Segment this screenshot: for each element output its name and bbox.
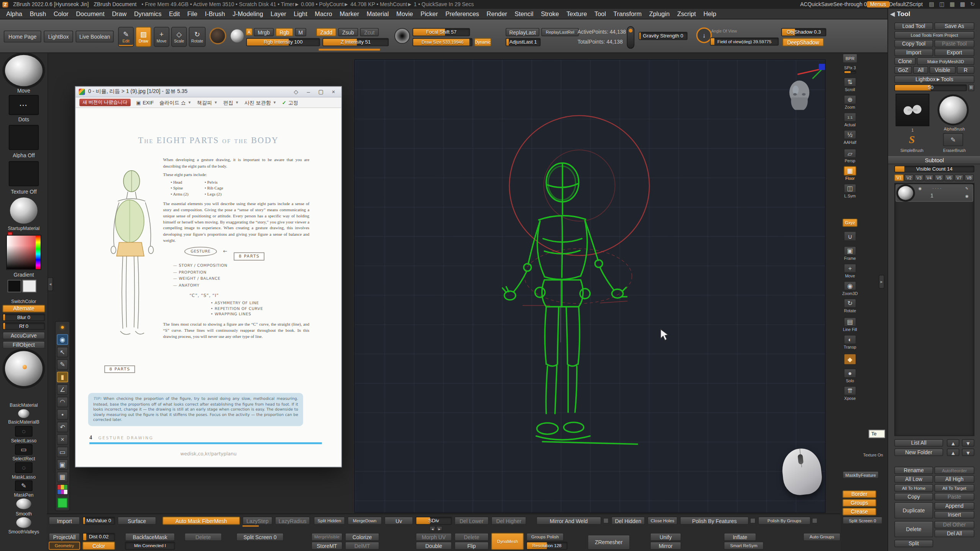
duplicate-button[interactable]: Duplicate <box>894 502 933 518</box>
goz-visible-button[interactable]: Visible <box>929 66 956 74</box>
resolution-slider[interactable]: Resolution 128 <box>526 542 568 550</box>
color-ring[interactable] <box>209 28 226 44</box>
sdiv-slider[interactable]: SDiv <box>416 517 452 525</box>
ac-label[interactable]: AC <box>800 1 807 7</box>
groups-polish-button[interactable]: Groups Polish <box>526 533 564 541</box>
adjust-last-slider[interactable]: AdjustLast 1 <box>506 38 541 46</box>
screenshot-icon[interactable]: ▣ <box>57 459 68 470</box>
menus-button[interactable]: Menus <box>867 1 889 7</box>
main-color-swatch[interactable] <box>8 280 21 292</box>
focal-shift-icon[interactable] <box>394 28 410 44</box>
subtool-up-button[interactable]: ▴ <box>947 439 959 447</box>
alt-color-swatch[interactable] <box>23 280 36 292</box>
color-swatch-green[interactable] <box>57 498 67 508</box>
inflate-button[interactable]: Inflate <box>724 533 756 541</box>
dynamic-icon[interactable]: ◆ <box>844 354 856 365</box>
viewer-minimize-button[interactable]: – <box>304 89 313 95</box>
slideshow-menu[interactable]: 슬라이드 쇼▼ <box>159 99 191 106</box>
menu-item[interactable]: Draw <box>112 10 127 17</box>
zcut-button[interactable]: Zcut <box>360 28 379 36</box>
menu-item[interactable]: Brush <box>30 10 46 17</box>
uv-button[interactable]: Uv <box>384 517 413 525</box>
magnet-icon[interactable]: ∪ <box>844 231 856 241</box>
smart-resym-button[interactable]: Smart ReSym <box>724 542 764 550</box>
menu-item[interactable]: Zplugin <box>649 10 670 17</box>
insert-button[interactable]: Insert <box>934 511 974 519</box>
tab-v2[interactable]: V2 <box>904 174 913 181</box>
home-page-button[interactable]: Home Page <box>4 31 41 42</box>
menu-item[interactable]: Stencil <box>514 10 533 17</box>
folder-up-button[interactable]: ▴ <box>947 448 959 456</box>
goz-all-button[interactable]: All <box>913 66 928 74</box>
solo-icon[interactable]: ● <box>844 368 856 378</box>
deepshadow-button[interactable]: DeepShadow <box>782 38 824 46</box>
menu-item[interactable]: I-Brush <box>205 10 225 17</box>
all-to-home-button[interactable]: All To Home <box>894 484 933 492</box>
z-intensity-slider[interactable]: Z Intensity 51 <box>322 38 389 46</box>
lazyradius-button[interactable]: LazyRadius <box>275 517 310 525</box>
color-picker[interactable] <box>6 235 41 270</box>
subtool-eye2-icon[interactable]: ◉ <box>964 193 970 199</box>
menu-item[interactable]: Tool <box>595 10 606 17</box>
protractor-icon[interactable]: ◠ <box>57 397 68 408</box>
zadd-button[interactable]: Zadd <box>316 28 336 36</box>
import-button[interactable]: Import <box>49 517 80 525</box>
aahalf-icon[interactable]: ½ <box>844 130 856 139</box>
split-view-icon[interactable]: ◫ <box>939 1 945 7</box>
menu-item[interactable]: Document <box>76 10 105 17</box>
gravity-strength-slider[interactable]: Gravity Strength 0 <box>639 32 688 40</box>
new-version-button[interactable]: 새 버전이 나왔습니다 <box>79 99 130 106</box>
folder-down-button[interactable]: ▾ <box>962 448 975 456</box>
panel-collapse-icon[interactable]: ◀ <box>889 11 895 17</box>
menu-item[interactable]: Zscript <box>677 10 696 17</box>
rename-button[interactable]: Rename <box>894 467 933 474</box>
projectall-button[interactable]: ProjectAll <box>49 533 80 541</box>
del-hidden-button[interactable]: Del Hidden <box>611 517 645 525</box>
split-hidden-button[interactable]: Split Hidden <box>314 517 345 525</box>
delete-subtool-button[interactable]: Delete <box>894 521 933 537</box>
viewer-titlebar[interactable]: 0 - 비율, 리듬 > 1 (9).jpg [1/20] - 꿀뷰 5.35 … <box>76 87 341 98</box>
menu-item[interactable]: Help <box>703 10 716 17</box>
mirror-button[interactable]: Mirror <box>650 542 681 550</box>
document-canvas[interactable] <box>355 60 825 512</box>
close-holes-button[interactable]: Close Holes <box>647 517 677 525</box>
maskpen-thumb[interactable]: ✎ <box>15 481 33 491</box>
maskbyfeature-button[interactable]: MaskByFeature <box>843 471 879 479</box>
frame-icon[interactable]: ▣ <box>844 246 856 255</box>
material-thumb[interactable] <box>10 197 38 224</box>
persp-icon[interactable]: ▱ <box>844 149 856 158</box>
photo-library-menu[interactable]: 사진 보관함▼ <box>245 99 277 106</box>
menu-item[interactable]: J-Modeling <box>232 10 263 17</box>
pin-toggle[interactable]: ✓고정 <box>282 99 298 106</box>
tab-v7[interactable]: V7 <box>954 174 964 181</box>
menu-item[interactable]: Marker <box>340 10 359 17</box>
zsub-button[interactable]: Zsub <box>338 28 358 36</box>
midvalue-slider[interactable]: MidValue 0 <box>83 517 115 525</box>
load-tool-button[interactable]: Load Tool <box>894 23 933 30</box>
dist-slider[interactable]: Dist 0.02 <box>83 533 115 541</box>
menu-item[interactable]: Material <box>367 10 389 17</box>
lazystep-button[interactable]: LazyStep <box>242 517 272 525</box>
a-badge[interactable]: A <box>246 28 253 36</box>
polish-groups-toggle[interactable] <box>812 518 818 523</box>
blur-slider[interactable]: Blur 0 <box>3 314 45 321</box>
palette-icon[interactable] <box>57 484 68 495</box>
double-button[interactable]: Double <box>416 542 452 550</box>
make-polymesh3d-button[interactable]: Make PolyMesh3D <box>917 57 974 65</box>
zoom3d-icon[interactable]: ◉ <box>844 281 856 290</box>
palette-view-icon[interactable]: ▩ <box>960 1 965 7</box>
rgb-intensity-slider[interactable]: Rgb Intensity 100 <box>246 38 320 46</box>
field-of-view-slider[interactable]: Field of view(deg) 39.59775 <box>710 37 779 46</box>
tab-v3[interactable]: V3 <box>915 174 924 181</box>
paste-subtool-button[interactable]: Paste <box>934 493 974 500</box>
brush-thumb[interactable] <box>5 55 42 86</box>
lightbox-button[interactable]: LightBox <box>44 31 73 42</box>
rotate-mode-button[interactable]: ↻Rotate <box>189 27 206 47</box>
storemt-button[interactable]: StoreMT <box>311 542 343 550</box>
del-lower-button[interactable]: Del Lower <box>454 517 489 525</box>
right-tray-divider-handle[interactable]: ▸ <box>879 275 885 289</box>
save-as-button[interactable]: Save As <box>934 23 974 30</box>
import-tool-button[interactable]: Import <box>894 49 933 56</box>
fillobject-button[interactable]: FillObject <box>3 341 45 349</box>
mergevisible-button[interactable]: MergeVisible <box>311 533 343 541</box>
